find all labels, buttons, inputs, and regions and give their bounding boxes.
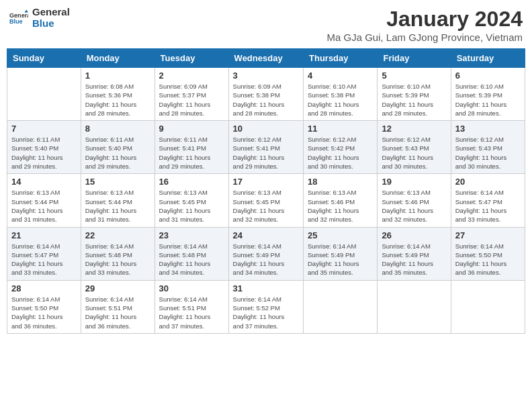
day-info: Sunrise: 6:12 AM Sunset: 5:41 PM Dayligh… [233, 135, 299, 171]
day-number: 24 [233, 230, 299, 240]
day-info: Sunrise: 6:09 AM Sunset: 5:38 PM Dayligh… [233, 82, 299, 118]
day-cell [304, 280, 378, 333]
day-cell: 17Sunrise: 6:13 AM Sunset: 5:45 PM Dayli… [228, 174, 303, 227]
day-number: 4 [308, 71, 373, 81]
day-number: 17 [233, 177, 299, 187]
day-info: Sunrise: 6:14 AM Sunset: 5:47 PM Dayligh… [11, 242, 77, 277]
day-cell [451, 280, 525, 333]
day-info: Sunrise: 6:14 AM Sunset: 5:48 PM Dayligh… [159, 242, 224, 277]
day-number: 29 [85, 283, 150, 293]
day-info: Sunrise: 6:13 AM Sunset: 5:46 PM Dayligh… [308, 188, 373, 224]
day-info: Sunrise: 6:11 AM Sunset: 5:40 PM Dayligh… [85, 135, 150, 171]
day-info: Sunrise: 6:13 AM Sunset: 5:44 PM Dayligh… [85, 188, 150, 224]
day-number: 14 [11, 177, 77, 187]
day-number: 1 [85, 71, 150, 81]
day-info: Sunrise: 6:14 AM Sunset: 5:49 PM Dayligh… [233, 242, 299, 277]
day-info: Sunrise: 6:13 AM Sunset: 5:46 PM Dayligh… [382, 188, 446, 224]
day-number: 18 [308, 177, 373, 187]
svg-text:General: General [9, 11, 28, 18]
day-cell: 28Sunrise: 6:14 AM Sunset: 5:50 PM Dayli… [7, 280, 81, 333]
day-info: Sunrise: 6:10 AM Sunset: 5:39 PM Dayligh… [455, 82, 521, 118]
day-info: Sunrise: 6:14 AM Sunset: 5:51 PM Dayligh… [159, 295, 224, 330]
day-cell: 5Sunrise: 6:10 AM Sunset: 5:39 PM Daylig… [378, 68, 451, 121]
day-number: 13 [455, 124, 521, 134]
day-cell: 26Sunrise: 6:14 AM Sunset: 5:49 PM Dayli… [378, 227, 451, 280]
day-info: Sunrise: 6:12 AM Sunset: 5:43 PM Dayligh… [382, 135, 446, 171]
day-info: Sunrise: 6:13 AM Sunset: 5:45 PM Dayligh… [233, 188, 299, 224]
day-cell: 20Sunrise: 6:14 AM Sunset: 5:47 PM Dayli… [451, 174, 525, 227]
svg-text:Blue: Blue [9, 18, 23, 25]
day-info: Sunrise: 6:10 AM Sunset: 5:38 PM Dayligh… [308, 82, 373, 118]
header-cell-tuesday: Tuesday [154, 49, 228, 68]
day-number: 16 [159, 177, 224, 187]
header: General Blue General Blue January 2024 M… [7, 7, 525, 43]
week-row-1: 1Sunrise: 6:08 AM Sunset: 5:36 PM Daylig… [7, 68, 525, 121]
day-cell: 23Sunrise: 6:14 AM Sunset: 5:48 PM Dayli… [154, 227, 228, 280]
svg-marker-2 [24, 9, 28, 12]
day-info: Sunrise: 6:11 AM Sunset: 5:40 PM Dayligh… [11, 135, 77, 171]
day-cell: 30Sunrise: 6:14 AM Sunset: 5:51 PM Dayli… [154, 280, 228, 333]
day-info: Sunrise: 6:13 AM Sunset: 5:44 PM Dayligh… [11, 188, 77, 224]
day-number: 26 [382, 230, 446, 240]
day-info: Sunrise: 6:11 AM Sunset: 5:41 PM Dayligh… [159, 135, 224, 171]
logo-icon: General Blue [9, 9, 28, 28]
week-row-5: 28Sunrise: 6:14 AM Sunset: 5:50 PM Dayli… [7, 280, 525, 333]
day-cell: 16Sunrise: 6:13 AM Sunset: 5:45 PM Dayli… [154, 174, 228, 227]
header-cell-saturday: Saturday [451, 49, 525, 68]
day-number: 9 [159, 124, 224, 134]
day-cell: 7Sunrise: 6:11 AM Sunset: 5:40 PM Daylig… [7, 121, 81, 174]
day-cell: 1Sunrise: 6:08 AM Sunset: 5:36 PM Daylig… [81, 68, 154, 121]
day-cell: 27Sunrise: 6:14 AM Sunset: 5:50 PM Dayli… [451, 227, 525, 280]
day-cell: 18Sunrise: 6:13 AM Sunset: 5:46 PM Dayli… [304, 174, 378, 227]
day-info: Sunrise: 6:12 AM Sunset: 5:43 PM Dayligh… [455, 135, 521, 171]
day-info: Sunrise: 6:12 AM Sunset: 5:42 PM Dayligh… [308, 135, 373, 171]
day-number: 15 [85, 177, 150, 187]
day-number: 12 [382, 124, 446, 134]
day-info: Sunrise: 6:14 AM Sunset: 5:52 PM Dayligh… [233, 295, 299, 330]
day-number: 28 [11, 283, 77, 293]
day-number: 19 [382, 177, 446, 187]
day-number: 5 [382, 71, 446, 81]
day-cell: 3Sunrise: 6:09 AM Sunset: 5:38 PM Daylig… [228, 68, 303, 121]
day-cell: 13Sunrise: 6:12 AM Sunset: 5:43 PM Dayli… [451, 121, 525, 174]
title-area: January 2024 Ma GJa Gui, Lam GJong Provi… [326, 7, 523, 43]
day-info: Sunrise: 6:09 AM Sunset: 5:37 PM Dayligh… [159, 82, 224, 118]
day-info: Sunrise: 6:13 AM Sunset: 5:45 PM Dayligh… [159, 188, 224, 224]
day-cell: 2Sunrise: 6:09 AM Sunset: 5:37 PM Daylig… [154, 68, 228, 121]
day-cell: 21Sunrise: 6:14 AM Sunset: 5:47 PM Dayli… [7, 227, 81, 280]
day-cell: 29Sunrise: 6:14 AM Sunset: 5:51 PM Dayli… [81, 280, 154, 333]
logo-line2: Blue [32, 18, 70, 30]
day-cell: 25Sunrise: 6:14 AM Sunset: 5:49 PM Dayli… [304, 227, 378, 280]
day-number: 30 [159, 283, 224, 293]
day-cell: 11Sunrise: 6:12 AM Sunset: 5:42 PM Dayli… [304, 121, 378, 174]
day-cell: 4Sunrise: 6:10 AM Sunset: 5:38 PM Daylig… [304, 68, 378, 121]
day-info: Sunrise: 6:14 AM Sunset: 5:47 PM Dayligh… [455, 188, 521, 224]
day-cell: 24Sunrise: 6:14 AM Sunset: 5:49 PM Dayli… [228, 227, 303, 280]
day-cell [378, 280, 451, 333]
day-number: 2 [159, 71, 224, 81]
header-cell-wednesday: Wednesday [228, 49, 303, 68]
header-cell-monday: Monday [81, 49, 154, 68]
day-cell [7, 68, 81, 121]
day-cell: 14Sunrise: 6:13 AM Sunset: 5:44 PM Dayli… [7, 174, 81, 227]
day-number: 22 [85, 230, 150, 240]
day-number: 10 [233, 124, 299, 134]
day-info: Sunrise: 6:14 AM Sunset: 5:50 PM Dayligh… [11, 295, 77, 330]
day-info: Sunrise: 6:14 AM Sunset: 5:48 PM Dayligh… [85, 242, 150, 277]
day-cell: 15Sunrise: 6:13 AM Sunset: 5:44 PM Dayli… [81, 174, 154, 227]
day-cell: 8Sunrise: 6:11 AM Sunset: 5:40 PM Daylig… [81, 121, 154, 174]
header-cell-sunday: Sunday [7, 49, 81, 68]
day-cell: 19Sunrise: 6:13 AM Sunset: 5:46 PM Dayli… [378, 174, 451, 227]
day-info: Sunrise: 6:14 AM Sunset: 5:50 PM Dayligh… [455, 242, 521, 277]
week-row-2: 7Sunrise: 6:11 AM Sunset: 5:40 PM Daylig… [7, 121, 525, 174]
day-info: Sunrise: 6:14 AM Sunset: 5:49 PM Dayligh… [308, 242, 373, 277]
week-row-3: 14Sunrise: 6:13 AM Sunset: 5:44 PM Dayli… [7, 174, 525, 227]
day-cell: 10Sunrise: 6:12 AM Sunset: 5:41 PM Dayli… [228, 121, 303, 174]
day-info: Sunrise: 6:10 AM Sunset: 5:39 PM Dayligh… [382, 82, 446, 118]
location-title: Ma GJa Gui, Lam GJong Province, Vietnam [326, 32, 523, 43]
month-title: January 2024 [326, 7, 523, 32]
day-number: 25 [308, 230, 373, 240]
logo-line1: General [32, 7, 70, 18]
day-cell: 31Sunrise: 6:14 AM Sunset: 5:52 PM Dayli… [228, 280, 303, 333]
day-cell: 12Sunrise: 6:12 AM Sunset: 5:43 PM Dayli… [378, 121, 451, 174]
